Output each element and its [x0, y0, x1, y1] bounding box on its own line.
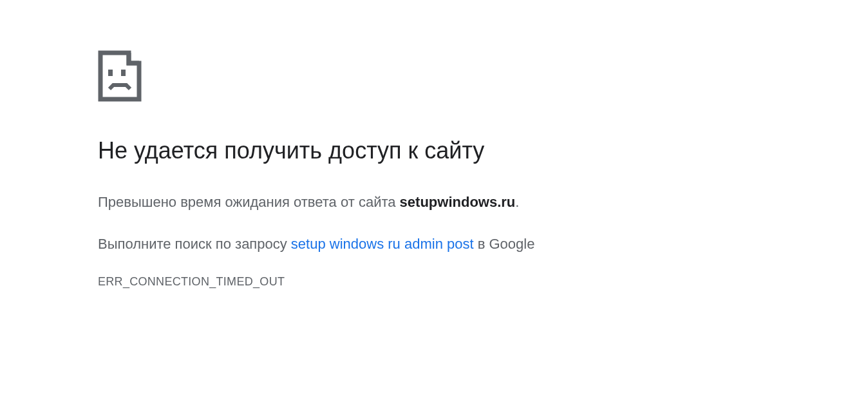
error-heading: Не удается получить доступ к сайту [98, 137, 868, 164]
sad-page-icon [98, 50, 144, 102]
domain-name: setupwindows.ru [400, 194, 516, 210]
timeout-message: Превышено время ожидания ответа от сайта… [98, 191, 868, 213]
timeout-suffix: . [515, 194, 519, 210]
svg-rect-0 [108, 70, 113, 76]
search-prefix: Выполните поиск по запросу [98, 236, 291, 252]
search-suggestion: Выполните поиск по запросу setup windows… [98, 233, 868, 254]
timeout-prefix: Превышено время ожидания ответа от сайта [98, 194, 400, 210]
search-link[interactable]: setup windows ru admin post [291, 236, 474, 252]
error-code: ERR_CONNECTION_TIMED_OUT [98, 275, 868, 289]
error-icon-container [98, 50, 868, 104]
svg-rect-1 [121, 70, 126, 76]
search-suffix: в Google [474, 236, 535, 252]
